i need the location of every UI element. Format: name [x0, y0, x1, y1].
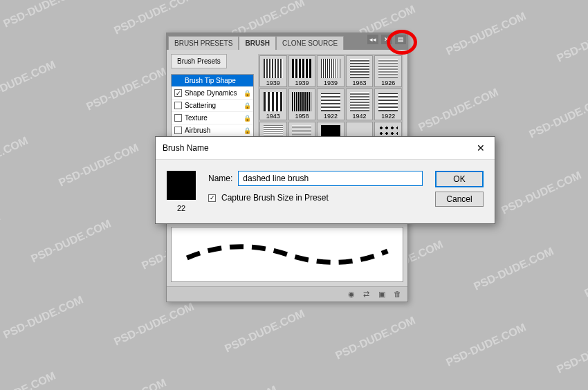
- brush-presets-button[interactable]: Brush Presets: [171, 54, 227, 68]
- brush-option[interactable]: Scattering🔒: [172, 100, 253, 112]
- thumb-label: 1939: [324, 80, 338, 86]
- brush-thumbnail[interactable]: 1939: [259, 55, 287, 87]
- option-checkbox[interactable]: [174, 127, 182, 134]
- brush-option[interactable]: Brush Tip Shape: [172, 75, 253, 87]
- swap-icon[interactable]: ⇄: [363, 290, 373, 299]
- thumb-label: 1922: [381, 113, 395, 120]
- panel-menu-icon[interactable]: ▤: [395, 35, 406, 44]
- thumb-label: 1939: [295, 80, 309, 86]
- ok-button[interactable]: OK: [435, 171, 484, 187]
- brush-thumbnail[interactable]: 1958: [288, 89, 316, 120]
- brush-thumbnail[interactable]: 1922: [374, 89, 402, 120]
- thumb-label: 1939: [266, 80, 280, 86]
- brush-option[interactable]: ✓Shape Dynamics🔒: [172, 87, 253, 100]
- thumb-label: 1942: [353, 113, 367, 120]
- option-label: Texture: [185, 114, 208, 122]
- brush-thumbnail[interactable]: 1942: [346, 89, 374, 120]
- panel-footer: ◉ ⇄ ▣ 🗑: [167, 286, 407, 301]
- tab-clone-source[interactable]: CLONE SOURCE: [276, 36, 344, 50]
- option-checkbox[interactable]: [174, 102, 182, 109]
- option-label: Brush Tip Shape: [185, 77, 236, 84]
- option-label: Shape Dynamics: [185, 89, 237, 97]
- capture-label: Capture Brush Size in Preset: [221, 193, 329, 203]
- brush-thumbnail[interactable]: 1939: [288, 55, 316, 87]
- brush-thumbnail[interactable]: 1926: [374, 55, 402, 87]
- delete-icon[interactable]: 🗑: [394, 290, 403, 299]
- thumb-label: 1922: [324, 113, 338, 120]
- name-input[interactable]: [238, 171, 423, 186]
- lock-icon[interactable]: 🔒: [244, 115, 250, 122]
- thumb-label: 1958: [295, 113, 309, 120]
- brush-option[interactable]: Texture🔒: [172, 112, 253, 124]
- brush-thumbnail[interactable]: 1922: [317, 89, 344, 120]
- brush-thumbnail[interactable]: 1943: [259, 89, 287, 120]
- brush-name-dialog: Brush Name ✕ 22 Name: ✓ Capture Brush Si…: [155, 136, 495, 224]
- visibility-icon[interactable]: ◉: [348, 290, 358, 299]
- new-preset-icon[interactable]: ▣: [378, 290, 388, 299]
- capture-checkbox[interactable]: ✓: [208, 194, 216, 202]
- option-checkbox[interactable]: [174, 114, 182, 122]
- brush-preview: [171, 227, 403, 282]
- option-label: Scattering: [185, 102, 216, 109]
- brush-swatch: [167, 171, 196, 200]
- tab-brush-presets[interactable]: BRUSH PRESETS: [168, 36, 239, 50]
- lock-icon[interactable]: 🔒: [244, 102, 250, 109]
- panel-collapse-icon[interactable]: ◂◂: [367, 35, 378, 44]
- panel-close-icon[interactable]: ✕: [381, 35, 392, 44]
- brush-thumbnail[interactable]: 1963: [346, 55, 374, 87]
- thumb-label: 1943: [266, 113, 280, 120]
- close-icon[interactable]: ✕: [474, 141, 488, 155]
- option-checkbox[interactable]: ✓: [174, 89, 182, 97]
- cancel-button[interactable]: Cancel: [435, 192, 484, 207]
- thumb-label: 1926: [381, 80, 395, 86]
- tab-brush[interactable]: BRUSH: [239, 36, 276, 50]
- thumb-label: 1963: [353, 80, 367, 86]
- brush-size-label: 22: [167, 204, 196, 212]
- name-label: Name:: [208, 174, 232, 183]
- dialog-title: Brush Name: [163, 143, 209, 153]
- brush-thumbnail[interactable]: 1939: [317, 55, 344, 87]
- lock-icon[interactable]: 🔒: [244, 90, 250, 97]
- brush-option[interactable]: Airbrush🔒: [172, 124, 253, 137]
- option-label: Airbrush: [185, 127, 210, 134]
- panel-tabs: BRUSH PRESETS BRUSH CLONE SOURCE ◂◂ ✕ ▤: [167, 33, 407, 50]
- lock-icon[interactable]: 🔒: [244, 127, 250, 134]
